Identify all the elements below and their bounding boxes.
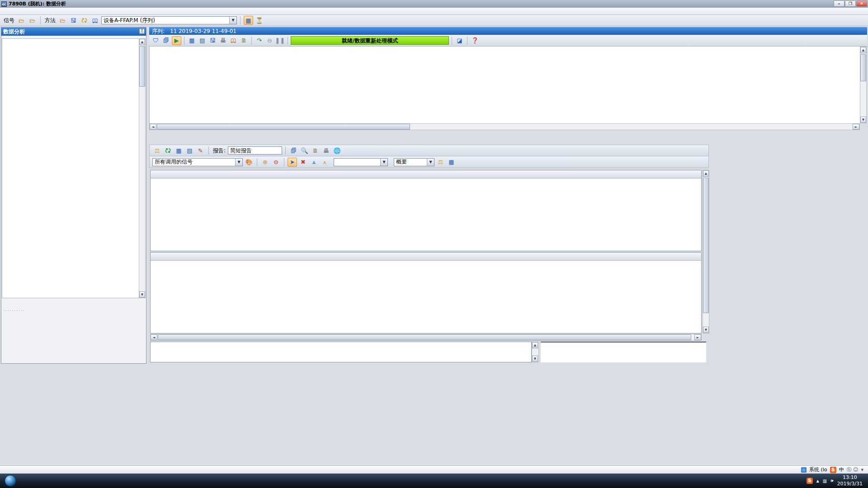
chromatogram-tcd2-plot[interactable]	[151, 261, 701, 333]
zoom-out-icon[interactable]: ⊖	[271, 158, 281, 167]
sequence-log-icon[interactable]: 🕮	[229, 36, 238, 45]
signal-toolbar: 所有调用的信号 ▼ 🎨 ⊕ ⊖ ➤ ✖ ⩓ ⩚ ▼ 概要 ▼ ⚖ ▦	[149, 156, 709, 168]
curve-settings-icon[interactable]: ⚖	[436, 158, 445, 167]
clock-time: 13:10	[837, 474, 863, 481]
sogou-icon[interactable]: S	[830, 467, 836, 473]
open-method-icon[interactable]: 🗁	[58, 16, 67, 25]
calibration-table	[150, 342, 532, 362]
maximize-button[interactable]: ❐	[845, 0, 856, 7]
clock[interactable]: 13:10 2019/3/31	[837, 474, 863, 487]
zoom-in-icon[interactable]: ⊕	[260, 158, 270, 167]
taskbar: S ▴ ▥ 🕪 13:10 2019/3/31	[0, 474, 868, 488]
title-bar: GC 7890B (脱机): 数据分析 – ❐ ✕	[0, 0, 868, 8]
sequence-params-icon[interactable]: 🛡	[151, 36, 160, 45]
sequence-title-label: 序列:	[152, 28, 165, 34]
help-icon[interactable]: ❓	[470, 36, 480, 45]
recalibrate-icon[interactable]: 🗘	[163, 146, 173, 155]
delete-peak-icon[interactable]: ✖	[298, 158, 308, 167]
chromatogram-hscrollbar[interactable]: ◄ ►	[150, 334, 702, 341]
sequence-title-value: 11 2019-03-29 11-49-01	[170, 28, 236, 34]
print-sequence-icon[interactable]: 🖶	[218, 36, 228, 45]
export-report-icon[interactable]: 🗎	[311, 146, 320, 155]
chevron-down-icon[interactable]: ▼	[235, 159, 242, 166]
chromatogram-fid1-plot[interactable]	[151, 178, 701, 251]
ime-extra-icons[interactable]: Ⓢ ☺	[847, 466, 859, 473]
save-method-icon[interactable]: 🖫	[69, 16, 78, 25]
grid-view-icon[interactable]: ▦	[447, 158, 456, 167]
tray-sogou-icon[interactable]: S	[807, 478, 813, 484]
sequence-vscrollbar[interactable]: ▲ ▼	[860, 47, 867, 123]
sequence-table-icon[interactable]: ▦	[244, 16, 253, 25]
chromatogram-fid1	[150, 170, 702, 251]
add-level-icon[interactable]: ▦	[174, 146, 184, 155]
publish-report-icon[interactable]: 🌐	[332, 146, 342, 155]
chevron-down-icon[interactable]: ▼	[229, 17, 236, 24]
sequence-toolbar: 🛡 🗐 ▶ ▦ ▤ 🖫 🖶 🕮 🗎 ↷ ⊖ ❚❚ 就绪/数据重新处理模式 ◪ ❓	[149, 35, 867, 47]
calibration-table-scrollbar[interactable]: ▲ ▼	[532, 342, 539, 362]
edit-curve-icon[interactable]: ✎	[196, 146, 205, 155]
palette-icon[interactable]: 🎨	[244, 158, 254, 167]
add-compound-icon[interactable]: ▤	[185, 146, 194, 155]
chevron-down-icon[interactable]: ▼	[427, 159, 434, 166]
pause-icon[interactable]: ❚❚	[275, 36, 285, 45]
chromatogram-fid1-title	[151, 170, 701, 178]
chromatogram-tcd2-title	[151, 253, 701, 261]
report-label: 报告:	[213, 147, 226, 155]
speaker-icon[interactable]: 🕪	[830, 478, 833, 483]
tray-expand-icon[interactable]: ▴	[816, 478, 819, 484]
sequence-copy-icon[interactable]: 🗐	[161, 36, 171, 45]
start-reprocess-icon[interactable]: ↷	[255, 36, 264, 45]
calibration-curve-plot[interactable]	[541, 342, 706, 362]
ime-system-icon[interactable]	[801, 467, 807, 473]
overview-combo[interactable]: 概要 ▼	[394, 158, 434, 166]
method-book-icon[interactable]: 🕮	[90, 16, 100, 25]
pending-run-icon[interactable]: ⏳	[255, 16, 264, 25]
navigation-panel: 数据分析 T ▲ ▼ ··········	[1, 27, 146, 364]
start-button[interactable]	[5, 475, 16, 487]
method-settings-icon[interactable]: 🗘	[80, 16, 89, 25]
chromatogram-tcd2	[150, 252, 702, 333]
pin-icon[interactable]: T	[139, 28, 145, 34]
balance-icon[interactable]: ⚖	[152, 146, 162, 155]
network-icon[interactable]: ▥	[823, 479, 827, 483]
report-style-input[interactable]: 简短报告	[228, 146, 282, 155]
ime-mode-label[interactable]: 中	[839, 466, 844, 473]
print-report-icon[interactable]: 🖶	[321, 146, 331, 155]
language-bar: 系统 (lo S 中 Ⓢ ☺ ▾	[0, 465, 868, 474]
panel-title: 数据分析	[1, 28, 146, 36]
sequence-hscrollbar[interactable]: ◄ ►	[149, 123, 860, 130]
scroll-down-icon[interactable]: ▼	[139, 291, 145, 298]
signal-combo[interactable]: 所有调用的信号 ▼	[152, 158, 243, 166]
scroll-up-icon[interactable]: ▲	[139, 39, 145, 45]
load-signal2-icon[interactable]: 🗁	[28, 16, 37, 25]
close-button[interactable]: ✕	[856, 0, 867, 7]
compound-combo[interactable]: ▼	[334, 158, 388, 166]
method-combo[interactable]: 设备A-FFAP.M (序列) ▼	[101, 16, 237, 24]
data-tree	[2, 38, 139, 298]
sequence-title-bar: 序列: 11 2019-03-29 11-49-01	[149, 27, 867, 35]
preview-report-icon[interactable]: 🔍	[300, 146, 309, 155]
stop-icon[interactable]: ⊖	[265, 36, 274, 45]
chevron-down-icon[interactable]: ▼	[380, 159, 387, 166]
add-peak-icon[interactable]: ⩓	[309, 158, 319, 167]
ime-collapse-icon[interactable]: ▾	[861, 467, 863, 473]
minimize-button[interactable]: –	[834, 0, 844, 7]
append-row-icon[interactable]: ▤	[198, 36, 207, 45]
signal-label: 信号	[4, 17, 14, 24]
calibration-toolbar: ⚖ 🗘 ▦ ▤ ✎ 报告: 简短报告 🗐 🔍 🗎 🖶 🌐	[149, 145, 709, 156]
status-badge: 就绪/数据重新处理模式	[291, 36, 449, 45]
sequence-run-icon[interactable]: ▶	[172, 36, 181, 45]
eraser-icon[interactable]: ◪	[455, 36, 464, 45]
chromatogram-vscrollbar[interactable]: ▲ ▼	[703, 170, 709, 333]
load-signal-icon[interactable]: 🗁	[17, 16, 26, 25]
manual-integrate-icon[interactable]: ⩚	[320, 158, 330, 167]
cursor-icon[interactable]: ➤	[288, 158, 297, 167]
clipboard-icon[interactable]: 🗎	[239, 36, 249, 45]
sequence-table	[149, 47, 860, 123]
window-title: 7890B (脱机): 数据分析	[9, 0, 66, 7]
ime-system-label: 系统 (lo	[809, 466, 827, 473]
insert-row-icon[interactable]: ▦	[187, 36, 197, 45]
tree-scrollbar[interactable]: ▲ ▼	[139, 38, 146, 298]
save-sequence-icon[interactable]: 🖫	[208, 36, 217, 45]
copy-report-icon[interactable]: 🗐	[289, 146, 298, 155]
